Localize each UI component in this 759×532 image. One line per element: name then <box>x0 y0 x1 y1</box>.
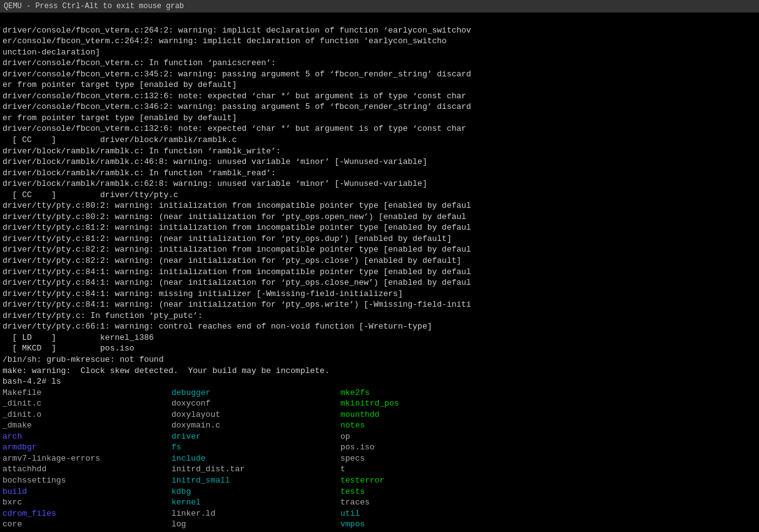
ls-column-2: debuggerdoxyconfdoxylayoutdoxymain.cdriv… <box>171 387 340 532</box>
ls-item: attachhdd <box>3 464 171 475</box>
terminal-line: driver/tty/pty.c:82:2: warning: (near in… <box>3 255 756 267</box>
terminal-line: driver/tty/pty.c:80:2: warning: initiali… <box>3 200 756 212</box>
ls-item: debugger <box>171 387 340 399</box>
terminal-line: driver/console/fbcon_vterm.c:345:2: warn… <box>3 69 756 80</box>
terminal-line: driver/tty/pty.c:82:2: warning: initiali… <box>3 244 756 255</box>
terminal-line: driver/tty/pty.c:84:1: warning: (near in… <box>3 299 756 310</box>
terminal-line: driver/tty/pty.c:81:2: warning: initiali… <box>3 222 756 233</box>
terminal-line: driver/console/fbcon_vterm.c:132:6: note… <box>3 91 756 102</box>
ls-item: testerror <box>340 475 466 486</box>
ls-item: traces <box>340 497 466 508</box>
terminal-line: er from pointer target type [enabled by … <box>3 79 756 91</box>
ls-item: initrd_dist.tar <box>171 464 340 475</box>
ls-item: kernel <box>171 497 340 508</box>
ls-item: driver <box>171 431 340 442</box>
ls-item: util <box>340 508 466 519</box>
ls-item: kdbg <box>171 486 340 498</box>
ls-item: arch <box>3 431 171 442</box>
ls-item: bochssettings <box>3 475 171 486</box>
terminal-line: /bin/sh: grub-mkrescue: not found <box>3 354 756 366</box>
ls-item: _dinit.c <box>3 398 171 409</box>
ls-item: cdrom_files <box>3 508 171 519</box>
terminal-line: driver/tty/pty.c:80:2: warning: (near in… <box>3 212 756 223</box>
ls-item: linker.ld <box>171 508 340 519</box>
terminal-line: er/console/fbcon_vterm.c:264:2: warning:… <box>3 36 756 47</box>
terminal-line: er from pointer target type [enabled by … <box>3 113 756 124</box>
terminal-line: [ CC ] driver/tty/pty.c <box>3 190 756 201</box>
terminal-line: driver/tty/pty.c:84:1: warning: initiali… <box>3 267 756 278</box>
ls-item: doxylayout <box>171 409 340 421</box>
terminal-line: driver/tty/pty.c:84:1: warning: missing … <box>3 289 756 300</box>
terminal-line: [ MKCD ] pos.iso <box>3 343 756 354</box>
terminal[interactable]: driver/console/fbcon_vterm.c:264:2: warn… <box>0 13 759 532</box>
terminal-line: driver/tty/pty.c: In function ‘pty_putc’… <box>3 310 756 322</box>
terminal-line: bash-4.2# ls <box>3 376 756 387</box>
terminal-line: driver/console/fbcon_vterm.c:132:6: note… <box>3 123 756 135</box>
ls-item: include <box>171 453 340 464</box>
ls-output: Makefile_dinit.c_dinit.o_dmakearcharmdbg… <box>3 387 756 532</box>
terminal-line: make: warning: Clock skew detected. Your… <box>3 366 756 377</box>
terminal-line: driver/block/ramblk/ramblk.c: In functio… <box>3 168 756 179</box>
ls-item: _dmake <box>3 420 171 431</box>
ls-column-3: mke2fsmkinitrd_posmounthddnotesoppos.iso… <box>340 387 466 532</box>
ls-column-1: Makefile_dinit.c_dinit.o_dmakearcharmdbg… <box>3 387 171 532</box>
terminal-line: driver/console/fbcon_vterm.c:346:2: warn… <box>3 101 756 113</box>
terminal-line: driver/tty/pty.c:81:2: warning: (near in… <box>3 233 756 245</box>
ls-item: vmpos <box>340 519 466 530</box>
ls-item: mkinitrd_pos <box>340 398 466 409</box>
ls-item: t <box>340 464 466 475</box>
ls-item: build <box>3 486 171 498</box>
titlebar-label: QEMU - Press Ctrl-Alt to exit mouse grab <box>4 2 184 11</box>
titlebar: QEMU - Press Ctrl-Alt to exit mouse grab <box>0 0 759 13</box>
terminal-line: driver/block/ramblk/ramblk.c:46:8: warni… <box>3 156 756 168</box>
terminal-line: unction-declaration] <box>3 47 756 58</box>
terminal-line: driver/console/fbcon_vterm.c: In functio… <box>3 58 756 69</box>
terminal-line: [ LD ] kernel_i386 <box>3 332 756 344</box>
ls-item: log <box>171 519 340 530</box>
ls-item: fs <box>171 442 340 453</box>
terminal-line: driver/block/ramblk/ramblk.c: In functio… <box>3 146 756 157</box>
ls-item: armdbgr <box>3 442 171 453</box>
ls-item: Makefile <box>3 387 171 399</box>
terminal-line: driver/tty/pty.c:66:1: warning: control … <box>3 321 756 332</box>
terminal-line: driver/block/ramblk/ramblk.c:62:8: warni… <box>3 178 756 190</box>
ls-item: tests <box>340 486 466 498</box>
ls-item: op <box>340 431 466 442</box>
ls-item: mounthdd <box>340 409 466 421</box>
ls-item: bxrc <box>3 497 171 508</box>
ls-item: doxyconf <box>171 398 340 409</box>
ls-item: pos.iso <box>340 442 466 453</box>
ls-item: doxymain.c <box>171 420 340 431</box>
ls-item: notes <box>340 420 466 431</box>
terminal-line: driver/console/fbcon_vterm.c:264:2: warn… <box>3 25 756 36</box>
terminal-line: [ CC ] driver/block/ramblk/ramblk.c <box>3 135 756 146</box>
ls-item: specs <box>340 453 466 464</box>
ls-item: initrd_small <box>171 475 340 486</box>
ls-item: _dinit.o <box>3 409 171 421</box>
ls-item: core <box>3 519 171 530</box>
terminal-line: driver/tty/pty.c:84:1: warning: (near in… <box>3 277 756 289</box>
ls-item: mke2fs <box>340 387 466 399</box>
ls-item: armv7-linkage-errors <box>3 453 171 464</box>
